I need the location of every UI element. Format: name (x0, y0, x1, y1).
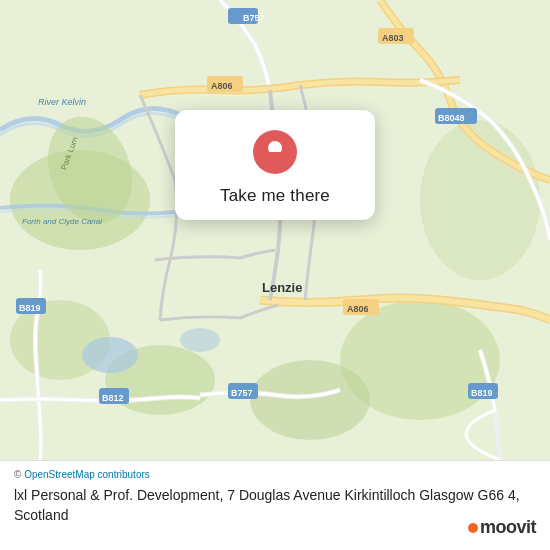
svg-text:A806: A806 (211, 81, 233, 91)
svg-point-9 (180, 328, 220, 352)
map-container: B757 A803 A806 B8048 B819 A806 B812 B757… (0, 0, 550, 460)
footer: © OpenStreetMap contributors lxl Persona… (0, 460, 550, 550)
svg-text:River Kelvin: River Kelvin (38, 97, 86, 107)
osm-credit: © OpenStreetMap contributors (14, 469, 536, 480)
svg-text:B819: B819 (19, 303, 41, 313)
svg-text:B757: B757 (231, 388, 253, 398)
address-text: lxl Personal & Prof. Development, 7 Doug… (14, 486, 536, 546)
svg-text:A803: A803 (382, 33, 404, 43)
info-card: Take me there (175, 110, 375, 220)
svg-text:B812: B812 (102, 393, 124, 403)
svg-text:Forth and Clyde Canal: Forth and Clyde Canal (22, 217, 102, 226)
map-svg: B757 A803 A806 B8048 B819 A806 B812 B757… (0, 0, 550, 460)
take-me-there-button[interactable]: Take me there (220, 186, 330, 206)
location-pin-icon (251, 128, 299, 176)
moovit-logo: moovit (468, 517, 536, 538)
svg-text:B757: B757 (243, 13, 265, 23)
moovit-brand-label: moovit (480, 517, 536, 538)
svg-point-8 (82, 337, 138, 373)
svg-text:A806: A806 (347, 304, 369, 314)
svg-text:B819: B819 (471, 388, 493, 398)
osm-link[interactable]: OpenStreetMap contributors (24, 469, 150, 480)
svg-text:B8048: B8048 (438, 113, 465, 123)
svg-text:Lenzie: Lenzie (262, 280, 302, 295)
svg-point-3 (250, 360, 370, 440)
moovit-dot-icon (468, 523, 478, 533)
